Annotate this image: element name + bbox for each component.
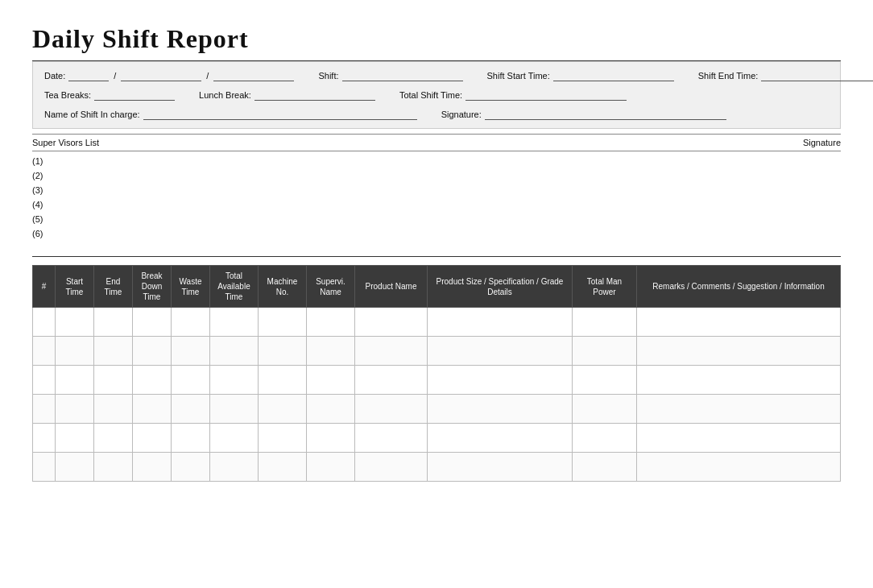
table-cell [259,337,307,366]
shift-incharge-label: Name of Shift In charge: [44,110,140,119]
table-cell [573,337,637,366]
table-row [33,337,841,366]
list-item: (2) [32,171,841,180]
table-row [33,395,841,424]
supervisors-list: (1) (2) (3) (4) (5) (6) [32,151,841,248]
list-item: (5) [32,214,841,224]
shift-value-line [342,70,463,81]
table-cell [428,308,573,337]
shift-field: Shift: [318,70,462,81]
table-cell [172,308,210,337]
shift-table: # Start Time End Time Break Down Time Wa… [32,265,841,482]
list-item: (4) [32,200,841,209]
total-shift-value-line [465,89,627,101]
table-cell [94,395,133,424]
table-cell [307,424,355,453]
table-cell [355,395,428,424]
section-divider [32,256,841,257]
info-row-2: Tea Breaks: Lunch Break: Total Shift Tim… [44,89,829,101]
date-month-line [121,70,201,81]
date-year-line [213,70,294,81]
table-cell [94,453,133,482]
col-header-start-time: Start Time [56,266,94,308]
table-row [33,308,841,337]
table-cell [133,308,172,337]
table-cell [573,366,637,395]
table-cell [33,395,56,424]
table-cell [259,395,307,424]
table-cell [33,308,56,337]
table-cell [94,308,133,337]
info-row-3: Name of Shift In charge: Signature: [44,109,829,120]
table-cell [172,337,210,366]
table-row [33,453,841,482]
table-cell [133,366,172,395]
table-cell [307,366,355,395]
date-field: Date: / / [44,70,294,81]
total-shift-field: Total Shift Time: [399,89,627,101]
table-cell [637,308,841,337]
table-cell [259,424,307,453]
shift-incharge-field: Name of Shift In charge: [44,109,417,120]
date-sep2: / [206,71,209,81]
col-header-total-avail: Total Available Time [210,266,259,308]
signature-label: Signature: [441,110,482,119]
table-cell [573,453,637,482]
table-cell [94,366,133,395]
data-table-wrapper: # Start Time End Time Break Down Time Wa… [32,265,841,482]
table-cell [33,453,56,482]
table-cell [637,424,841,453]
table-cell [56,424,94,453]
table-cell [428,366,573,395]
table-cell [637,337,841,366]
shift-end-field: Shift End Time: [698,70,873,81]
table-cell [573,308,637,337]
table-cell [259,308,307,337]
table-row [33,366,841,395]
table-cell [94,337,133,366]
tea-breaks-field: Tea Breaks: [44,89,175,101]
table-cell [56,308,94,337]
list-item: (1) [32,156,841,166]
table-cell [573,395,637,424]
col-header-end-time: End Time [94,266,133,308]
table-cell [259,366,307,395]
table-cell [355,424,428,453]
table-cell [428,395,573,424]
supervisors-list-label: Super Visors List [32,138,99,147]
supervisors-signature-label: Signature [803,138,841,147]
col-header-supervi: Supervi. Name [307,266,355,308]
table-cell [133,453,172,482]
lunch-break-value-line [254,89,375,101]
shift-incharge-value-line [143,109,417,120]
table-cell [56,366,94,395]
table-cell [307,395,355,424]
info-section: Date: / / Shift: Shift Start Time: Shift… [32,61,841,129]
date-day-line [68,70,109,81]
shift-end-label: Shift End Time: [698,71,759,81]
lunch-break-field: Lunch Break: [199,89,375,101]
signature-field: Signature: [441,109,726,120]
table-cell [355,366,428,395]
tea-breaks-label: Tea Breaks: [44,90,91,100]
shift-end-value-line [761,70,873,81]
table-cell [307,337,355,366]
date-label: Date: [44,71,65,81]
table-cell [307,453,355,482]
col-header-breakdown: Break Down Time [133,266,172,308]
table-cell [56,337,94,366]
table-cell [637,453,841,482]
table-cell [355,337,428,366]
table-cell [573,424,637,453]
table-cell [56,395,94,424]
table-cell [210,395,259,424]
shift-start-field: Shift Start Time: [487,70,674,81]
info-row-1: Date: / / Shift: Shift Start Time: Shift… [44,70,829,81]
table-header-row: # Start Time End Time Break Down Time Wa… [33,266,841,308]
supervisors-header: Super Visors List Signature [32,134,841,151]
col-header-waste: Waste Time [172,266,210,308]
table-cell [210,453,259,482]
shift-start-label: Shift Start Time: [487,71,550,81]
table-cell [428,337,573,366]
total-shift-label: Total Shift Time: [399,90,462,100]
